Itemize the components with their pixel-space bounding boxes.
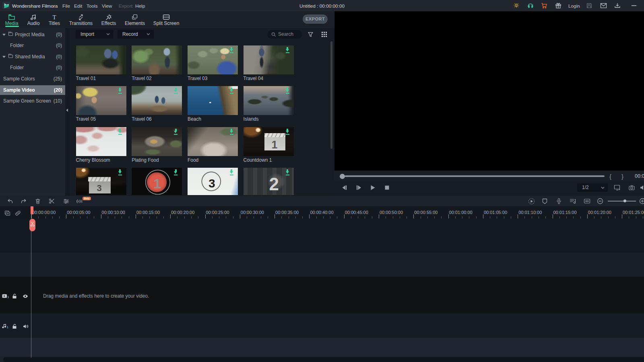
svg-text:T: T	[52, 14, 56, 20]
svg-text:1: 1	[7, 325, 9, 329]
svg-text:1: 1	[7, 295, 9, 298]
